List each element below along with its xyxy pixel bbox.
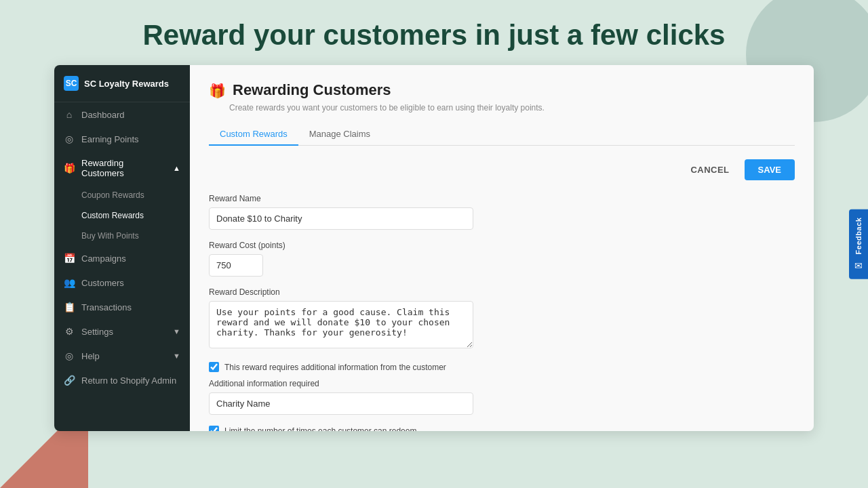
return-shopify-icon: 🔗 xyxy=(64,375,75,386)
earning-points-label: Earning Points xyxy=(81,134,180,144)
dashboard-label: Dashboard xyxy=(81,110,180,120)
additional-info-input[interactable] xyxy=(209,392,473,415)
reward-description-input[interactable]: Use your points for a good cause. Claim … xyxy=(209,301,473,348)
feedback-label: Feedback xyxy=(854,218,863,255)
tab-custom-rewards[interactable]: Custom Rewards xyxy=(209,123,298,146)
cancel-button[interactable]: CANCEL xyxy=(682,159,737,180)
rewarding-customers-chevron: ▲ xyxy=(173,164,180,172)
sidebar-item-earning-points[interactable]: ◎ Earning Points xyxy=(54,127,190,151)
return-shopify-label: Return to Shopify Admin xyxy=(81,375,180,386)
sidebar: SC SC Loyalty Rewards ⌂ Dashboard ◎ Earn… xyxy=(54,65,190,431)
additional-info-checkbox-label: This reward requires additional informat… xyxy=(224,363,446,372)
reward-description-group: Reward Description Use your points for a… xyxy=(209,287,473,351)
settings-chevron: ▼ xyxy=(173,327,180,336)
app-logo-icon: SC xyxy=(64,76,79,91)
sidebar-item-customers[interactable]: 👥 Customers xyxy=(54,270,190,295)
additional-info-checkbox[interactable] xyxy=(209,362,219,372)
rewarding-customers-label: Rewarding Customers xyxy=(81,158,166,178)
customers-icon: 👥 xyxy=(64,277,75,288)
hero-title: Reward your customers in just a few clic… xyxy=(0,0,868,65)
reward-description-label: Reward Description xyxy=(209,287,473,297)
help-icon: ◎ xyxy=(64,350,75,361)
form-actions: CANCEL SAVE xyxy=(209,159,795,180)
page-header: 🎁 Rewarding Customers xyxy=(209,81,795,99)
sidebar-sub-buy-with-points[interactable]: Buy With Points xyxy=(54,226,190,246)
additional-info-checkbox-row: This reward requires additional informat… xyxy=(209,362,795,372)
campaigns-label: Campaigns xyxy=(81,253,180,264)
reward-cost-group: Reward Cost (points) xyxy=(209,241,795,277)
sidebar-item-return-shopify[interactable]: 🔗 Return to Shopify Admin xyxy=(54,368,190,392)
help-label: Help xyxy=(81,351,166,361)
help-chevron: ▼ xyxy=(173,352,180,360)
reward-name-input[interactable] xyxy=(209,207,473,230)
sidebar-item-transactions[interactable]: 📋 Transactions xyxy=(54,295,190,319)
sidebar-item-help[interactable]: ◎ Help ▼ xyxy=(54,344,190,368)
sidebar-sub-coupon-rewards[interactable]: Coupon Rewards xyxy=(54,185,190,205)
customers-label: Customers xyxy=(81,278,180,288)
page-header-icon: 🎁 xyxy=(209,83,226,99)
transactions-icon: 📋 xyxy=(64,302,75,312)
page-title: Rewarding Customers xyxy=(233,81,391,99)
main-content: 🎁 Rewarding Customers Create rewards you… xyxy=(190,65,814,431)
reward-cost-label: Reward Cost (points) xyxy=(209,241,795,250)
dashboard-icon: ⌂ xyxy=(64,109,75,120)
reward-name-label: Reward Name xyxy=(209,194,473,203)
settings-icon: ⚙ xyxy=(64,326,75,337)
limit-per-customer-checkbox[interactable] xyxy=(209,426,219,431)
limit-per-customer-checkbox-label: Limit the number of times each customer … xyxy=(224,426,416,432)
sidebar-item-rewarding-customers[interactable]: 🎁 Rewarding Customers ▲ xyxy=(54,151,190,185)
additional-info-group: Additional information required xyxy=(209,379,473,415)
page-subtitle: Create rewards you want your customers t… xyxy=(209,103,795,113)
tab-manage-claims[interactable]: Manage Claims xyxy=(298,123,381,146)
feedback-tab[interactable]: Feedback ✉ xyxy=(849,209,868,279)
app-container: SC SC Loyalty Rewards ⌂ Dashboard ◎ Earn… xyxy=(54,65,814,431)
sidebar-item-dashboard[interactable]: ⌂ Dashboard xyxy=(54,102,190,127)
limit-per-customer-checkbox-row: Limit the number of times each customer … xyxy=(209,426,795,431)
app-name: SC Loyalty Rewards xyxy=(84,79,169,89)
additional-info-label: Additional information required xyxy=(209,379,473,388)
tabs: Custom Rewards Manage Claims xyxy=(209,123,795,146)
rewarding-customers-icon: 🎁 xyxy=(64,163,75,174)
settings-label: Settings xyxy=(81,327,166,337)
transactions-label: Transactions xyxy=(81,302,180,312)
sidebar-logo: SC SC Loyalty Rewards xyxy=(54,65,190,102)
sidebar-sub-custom-rewards[interactable]: Custom Rewards xyxy=(54,205,190,226)
earning-points-icon: ◎ xyxy=(64,134,75,144)
campaigns-icon: 📅 xyxy=(64,253,75,264)
sidebar-item-campaigns[interactable]: 📅 Campaigns xyxy=(54,246,190,270)
save-button[interactable]: SAVE xyxy=(745,159,795,180)
reward-cost-input[interactable] xyxy=(209,254,263,277)
sidebar-item-settings[interactable]: ⚙ Settings ▼ xyxy=(54,319,190,344)
reward-name-group: Reward Name xyxy=(209,194,473,230)
feedback-icon: ✉ xyxy=(854,260,863,270)
